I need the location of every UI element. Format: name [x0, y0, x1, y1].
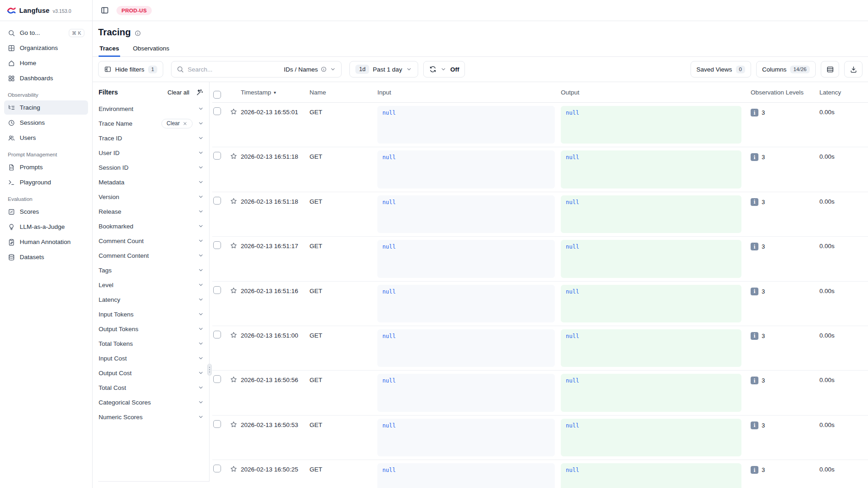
sidebar-item-human-annotation[interactable]: Human Annotation: [4, 235, 88, 249]
table-row[interactable]: 2026-02-13 16:50:53 GET null null 3 0.00…: [212, 416, 868, 460]
input-cell[interactable]: null: [377, 150, 555, 188]
filter-item-numeric-scores[interactable]: Numeric Scores: [98, 410, 205, 424]
output-cell[interactable]: null: [561, 240, 741, 277]
sidebar-item-organizations[interactable]: Organizations: [4, 41, 88, 55]
bookmark-star-icon[interactable]: [230, 282, 241, 326]
output-cell[interactable]: null: [561, 106, 741, 144]
table-row[interactable]: 2026-02-13 16:51:16 GET null null 3 0.00…: [212, 282, 868, 326]
row-checkbox[interactable]: [213, 241, 221, 249]
hide-filters-button[interactable]: Hide filters 1: [98, 61, 163, 78]
observation-levels-column-header[interactable]: Observation Levels: [751, 89, 819, 96]
sidebar-item-home[interactable]: Home: [4, 56, 88, 70]
filter-item-tags[interactable]: Tags: [98, 263, 205, 277]
saved-views-button[interactable]: Saved Views 0: [691, 61, 751, 78]
sidebar-item-playground[interactable]: Playground: [4, 175, 88, 189]
filter-item-latency[interactable]: Latency: [98, 292, 205, 307]
filter-clear-chip[interactable]: Clear: [161, 119, 193, 128]
input-cell[interactable]: null: [377, 195, 555, 233]
bookmark-star-icon[interactable]: [230, 460, 241, 488]
output-cell[interactable]: null: [561, 285, 741, 322]
output-cell[interactable]: null: [561, 419, 741, 456]
filter-item-level[interactable]: Level: [98, 277, 205, 292]
search-input[interactable]: [188, 66, 280, 73]
table-row[interactable]: 2026-02-13 16:50:25 GET null null 3 0.00…: [212, 460, 868, 488]
bookmark-star-icon[interactable]: [230, 416, 241, 460]
input-cell[interactable]: null: [377, 419, 555, 456]
tab-observations[interactable]: Observations: [132, 41, 171, 56]
sidebar-item-scores[interactable]: Scores: [4, 205, 88, 219]
bookmark-star-icon[interactable]: [230, 192, 241, 236]
input-cell[interactable]: null: [377, 463, 555, 488]
filter-item-output-tokens[interactable]: Output Tokens: [98, 322, 205, 336]
row-checkbox[interactable]: [213, 331, 221, 338]
bookmark-star-icon[interactable]: [230, 326, 241, 370]
filter-item-release[interactable]: Release: [98, 204, 205, 219]
filter-item-trace-name[interactable]: Trace Name Clear: [98, 116, 205, 131]
row-checkbox[interactable]: [213, 286, 221, 294]
bookmark-star-icon[interactable]: [230, 371, 241, 415]
output-cell[interactable]: null: [561, 195, 741, 233]
output-cell[interactable]: null: [561, 374, 741, 411]
filter-item-input-cost[interactable]: Input Cost: [98, 351, 205, 366]
filter-item-session-id[interactable]: Session ID: [98, 160, 205, 175]
bookmark-star-icon[interactable]: [230, 237, 241, 281]
filter-item-metadata[interactable]: Metadata: [98, 175, 205, 189]
filter-item-trace-id[interactable]: Trace ID: [98, 131, 205, 145]
row-checkbox[interactable]: [213, 152, 221, 160]
filter-item-version[interactable]: Version: [98, 189, 205, 204]
sidebar-item-users[interactable]: Users: [4, 131, 88, 145]
output-cell[interactable]: null: [561, 329, 741, 367]
filter-item-comment-count[interactable]: Comment Count: [98, 233, 205, 248]
filter-item-environment[interactable]: Environment: [98, 101, 205, 116]
input-cell[interactable]: null: [377, 106, 555, 144]
columns-button[interactable]: Columns 14/26: [756, 61, 816, 78]
latency-column-header[interactable]: Latency: [819, 89, 868, 96]
row-checkbox[interactable]: [213, 465, 221, 472]
sidebar-item-tracing[interactable]: Tracing: [4, 100, 88, 115]
table-row[interactable]: 2026-02-13 16:50:56 GET null null 3 0.00…: [212, 371, 868, 415]
filter-item-categorical-scores[interactable]: Categorical Scores: [98, 395, 205, 410]
table-row[interactable]: 2026-02-13 16:51:00 GET null null 3 0.00…: [212, 326, 868, 371]
input-cell[interactable]: null: [377, 240, 555, 277]
name-column-header[interactable]: Name: [310, 89, 377, 96]
filter-item-comment-content[interactable]: Comment Content: [98, 248, 205, 263]
sidebar-toggle-button[interactable]: [98, 4, 111, 17]
output-cell[interactable]: null: [561, 463, 741, 488]
time-range-button[interactable]: 1d Past 1 day: [349, 61, 418, 78]
export-button[interactable]: [844, 61, 862, 78]
row-checkbox[interactable]: [213, 107, 221, 115]
filter-item-total-tokens[interactable]: Total Tokens: [98, 336, 205, 351]
tab-traces[interactable]: Traces: [99, 41, 120, 56]
sidebar-item-dashboards[interactable]: Dashboards: [4, 71, 88, 85]
row-height-button[interactable]: [821, 61, 839, 78]
auto-refresh-button[interactable]: Off: [423, 61, 465, 78]
input-column-header[interactable]: Input: [377, 89, 561, 96]
table-row[interactable]: 2026-02-13 16:51:18 GET null null 3 0.00…: [212, 147, 868, 192]
row-checkbox[interactable]: [213, 420, 221, 428]
output-column-header[interactable]: Output: [561, 89, 751, 96]
sidebar-item-sessions[interactable]: Sessions: [4, 116, 88, 130]
sidebar-item-datasets[interactable]: Datasets: [4, 250, 88, 264]
sidebar-item-prompts[interactable]: Prompts: [4, 160, 88, 174]
filter-item-total-cost[interactable]: Total Cost: [98, 380, 205, 395]
output-cell[interactable]: null: [561, 150, 741, 188]
input-cell[interactable]: null: [377, 285, 555, 322]
row-checkbox[interactable]: [213, 375, 221, 383]
input-cell[interactable]: null: [377, 329, 555, 367]
filter-item-bookmarked[interactable]: Bookmarked: [98, 219, 205, 233]
table-row[interactable]: 2026-02-13 16:51:18 GET null null 3 0.00…: [212, 192, 868, 237]
filter-item-output-cost[interactable]: Output Cost: [98, 366, 205, 380]
table-row[interactable]: 2026-02-13 16:51:17 GET null null 3 0.00…: [212, 237, 868, 281]
magic-wand-icon[interactable]: [196, 89, 204, 96]
environment-badge[interactable]: PROD-US: [116, 6, 152, 15]
info-icon[interactable]: [134, 30, 141, 37]
row-checkbox[interactable]: [213, 197, 221, 205]
panel-resize-handle[interactable]: [207, 364, 212, 376]
clear-all-filters-button[interactable]: Clear all: [167, 89, 189, 96]
select-all-checkbox[interactable]: [213, 91, 221, 99]
bookmark-star-icon[interactable]: [230, 103, 241, 147]
search-scope-selector[interactable]: IDs / Names: [284, 66, 336, 73]
goto-search[interactable]: Go to... ⌘ K: [4, 26, 88, 40]
sidebar-item-llm-as-a-judge[interactable]: LLM-as-a-Judge: [4, 220, 88, 234]
filter-item-input-tokens[interactable]: Input Tokens: [98, 307, 205, 322]
